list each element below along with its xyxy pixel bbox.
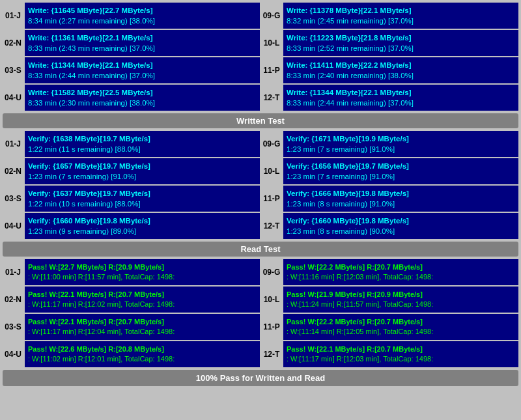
right-row-label-3: 12-T — [261, 85, 282, 111]
right-line1-3: Write: {11344 MByte}[22.1 MByte/s] — [287, 87, 515, 98]
left-cell-3: Pass! W:[22.6 MByte/s] R:[20.8 MByte/s]:… — [25, 341, 260, 367]
right-line1-2: Write: {11411 MByte}[22.2 MByte/s] — [287, 60, 515, 70]
grid-row-3: 04-UPass! W:[22.6 MByte/s] R:[20.8 MByte… — [3, 341, 518, 367]
left-line2-3: 8:33 min (2:30 min remaining) [38.0%] — [28, 98, 257, 108]
left-cell-wrap-3: 04-UWrite: {11582 MByte}[22.5 MByte/s]8:… — [3, 85, 260, 111]
left-line2-0: 1:22 min (11 s remaining) [88.0%] — [28, 144, 257, 154]
right-cell-wrap-0: 09-GVerify: {1671 MByte}[19.9 MByte/s]1:… — [261, 131, 518, 157]
right-line2-1: 1:23 min (7 s remaining) [91.0%] — [287, 171, 515, 182]
right-line1-1: Verify: {1656 MByte}[19.7 MByte/s] — [287, 161, 515, 171]
right-cell-0: Verify: {1671 MByte}[19.9 MByte/s]1:23 m… — [283, 131, 518, 157]
grid-row-3: 04-UWrite: {11582 MByte}[22.5 MByte/s]8:… — [3, 85, 518, 111]
left-cell-2: Write: {11344 MByte}[22.1 MByte/s]8:33 m… — [25, 57, 260, 83]
right-line1-0: Write: {11378 MByte}[22.1 MByte/s] — [287, 5, 515, 16]
left-cell-1: Write: {11361 MByte}[22.1 MByte/s]8:33 m… — [25, 30, 260, 56]
left-row-label-2: 03-S — [3, 57, 23, 83]
grid-row-2: 03-SPass! W:[22.1 MByte/s] R:[20.7 MByte… — [3, 314, 518, 340]
right-line1-1: Pass! W:[21.9 MByte/s] R:[20.9 MByte/s] — [287, 290, 515, 300]
left-row-label-0: 01-J — [3, 3, 23, 29]
write-section: 01-JWrite: {11645 MByte}[22.7 MByte/s]8:… — [3, 3, 518, 128]
left-line2-0: : W:[11:00 min] R:[11:57 min], TotalCap:… — [28, 272, 257, 282]
left-row-label-1: 02-N — [3, 30, 23, 56]
right-row-label-1: 10-L — [261, 287, 282, 313]
left-line2-0: 8:34 min (2:27 min remaining) [38.0%] — [28, 16, 257, 26]
right-row-label-2: 11-P — [261, 186, 282, 212]
left-line1-0: Pass! W:[22.7 MByte/s] R:[20.9 MByte/s] — [28, 262, 257, 272]
left-cell-wrap-2: 03-SPass! W:[22.1 MByte/s] R:[20.7 MByte… — [3, 314, 260, 340]
left-cell-wrap-2: 03-SWrite: {11344 MByte}[22.1 MByte/s]8:… — [3, 57, 260, 83]
right-line2-1: 8:33 min (2:52 min remaining) [37.0%] — [287, 43, 515, 53]
left-cell-wrap-1: 02-NPass! W:[22.1 MByte/s] R:[20.7 MByte… — [3, 287, 260, 313]
left-cell-wrap-3: 04-UVerify: {1660 MByte}[19.8 MByte/s]1:… — [3, 213, 260, 239]
left-line2-1: 1:23 min (7 s remaining) [91.0%] — [28, 171, 257, 182]
left-cell-3: Write: {11582 MByte}[22.5 MByte/s]8:33 m… — [25, 85, 260, 111]
right-line2-3: 8:33 min (2:44 min remaining) [37.0%] — [287, 98, 515, 108]
grid-row-1: 02-NVerify: {1657 MByte}[19.7 MByte/s]1:… — [3, 158, 518, 184]
left-cell-wrap-2: 03-SVerify: {1637 MByte}[19.7 MByte/s]1:… — [3, 186, 260, 212]
grid-row-0: 01-JPass! W:[22.7 MByte/s] R:[20.9 MByte… — [3, 259, 518, 285]
grid-row-0: 01-JWrite: {11645 MByte}[22.7 MByte/s]8:… — [3, 3, 518, 29]
right-cell-wrap-3: 12-TVerify: {1660 MByte}[19.8 MByte/s]1:… — [261, 213, 518, 239]
grid-row-2: 03-SWrite: {11344 MByte}[22.1 MByte/s]8:… — [3, 57, 518, 83]
left-line1-2: Verify: {1637 MByte}[19.7 MByte/s] — [28, 188, 257, 199]
left-line1-0: Write: {11645 MByte}[22.7 MByte/s] — [28, 5, 257, 16]
left-line2-2: : W:[11:17 min] R:[12:04 min], TotalCap:… — [28, 327, 257, 337]
right-cell-wrap-2: 11-PPass! W:[22.2 MByte/s] R:[20.7 MByte… — [261, 314, 518, 340]
right-row-label-3: 12-T — [261, 341, 282, 367]
right-line2-0: 1:23 min (7 s remaining) [91.0%] — [287, 144, 515, 154]
left-row-label-1: 02-N — [3, 287, 23, 313]
left-row-label-2: 03-S — [3, 186, 23, 212]
right-row-label-1: 10-L — [261, 158, 282, 184]
right-line1-0: Pass! W:[22.2 MByte/s] R:[20.7 MByte/s] — [287, 262, 515, 272]
left-line2-2: 1:22 min (10 s remaining) [88.0%] — [28, 199, 257, 209]
left-cell-2: Verify: {1637 MByte}[19.7 MByte/s]1:22 m… — [25, 186, 260, 212]
right-cell-3: Verify: {1660 MByte}[19.8 MByte/s]1:23 m… — [283, 213, 518, 239]
left-cell-wrap-0: 01-JPass! W:[22.7 MByte/s] R:[20.9 MByte… — [3, 259, 260, 285]
left-line2-3: 1:23 min (9 s remaining) [89.0%] — [28, 226, 257, 236]
right-cell-wrap-1: 10-LPass! W:[21.9 MByte/s] R:[20.9 MByte… — [261, 287, 518, 313]
right-cell-0: Pass! W:[22.2 MByte/s] R:[20.7 MByte/s]:… — [283, 259, 518, 285]
right-line2-0: 8:32 min (2:45 min remaining) [37.0%] — [287, 16, 515, 26]
right-cell-wrap-0: 09-GWrite: {11378 MByte}[22.1 MByte/s]8:… — [261, 3, 518, 29]
right-line2-2: 8:33 min (2:40 min remaining) [38.0%] — [287, 70, 515, 81]
right-line2-3: : W:[11:17 min] R:[12:03 min], TotalCap:… — [287, 354, 515, 364]
left-row-label-0: 01-J — [3, 131, 23, 157]
right-cell-wrap-1: 10-LVerify: {1656 MByte}[19.7 MByte/s]1:… — [261, 158, 518, 184]
right-cell-3: Write: {11344 MByte}[22.1 MByte/s]8:33 m… — [283, 85, 518, 111]
right-line1-1: Write: {11223 MByte}[21.8 MByte/s] — [287, 33, 515, 43]
right-line2-3: 1:23 min (8 s remaining) [90.0%] — [287, 226, 515, 236]
left-line1-2: Write: {11344 MByte}[22.1 MByte/s] — [28, 60, 257, 70]
right-cell-1: Pass! W:[21.9 MByte/s] R:[20.9 MByte/s]:… — [283, 287, 518, 313]
right-cell-0: Write: {11378 MByte}[22.1 MByte/s]8:32 m… — [283, 3, 518, 29]
left-line1-1: Verify: {1657 MByte}[19.7 MByte/s] — [28, 161, 257, 171]
pass-section: 01-JPass! W:[22.7 MByte/s] R:[20.9 MByte… — [3, 259, 518, 367]
grid-row-3: 04-UVerify: {1660 MByte}[19.8 MByte/s]1:… — [3, 213, 518, 239]
grid-row-1: 02-NPass! W:[22.1 MByte/s] R:[20.7 MByte… — [3, 287, 518, 313]
right-cell-2: Pass! W:[22.2 MByte/s] R:[20.7 MByte/s]:… — [283, 314, 518, 340]
left-row-label-1: 02-N — [3, 158, 23, 184]
left-row-label-3: 04-U — [3, 213, 23, 239]
right-line1-2: Pass! W:[22.2 MByte/s] R:[20.7 MByte/s] — [287, 317, 515, 327]
right-cell-wrap-3: 12-TWrite: {11344 MByte}[22.1 MByte/s]8:… — [261, 85, 518, 111]
right-row-label-0: 09-G — [261, 3, 282, 29]
left-cell-1: Pass! W:[22.1 MByte/s] R:[20.7 MByte/s]:… — [25, 287, 260, 313]
right-line2-2: 1:23 min (8 s remaining) [91.0%] — [287, 199, 515, 209]
right-cell-wrap-2: 11-PVerify: {1666 MByte}[19.8 MByte/s]1:… — [261, 186, 518, 212]
right-cell-wrap-2: 11-PWrite: {11411 MByte}[22.2 MByte/s]8:… — [261, 57, 518, 83]
footer-status: 100% Pass for Written and Read — [3, 370, 518, 386]
read-test-header: Read Test — [3, 242, 518, 257]
right-line1-0: Verify: {1671 MByte}[19.9 MByte/s] — [287, 133, 515, 144]
verify-section: 01-JVerify: {1638 MByte}[19.7 MByte/s]1:… — [3, 131, 518, 257]
left-cell-0: Write: {11645 MByte}[22.7 MByte/s]8:34 m… — [25, 3, 260, 29]
left-line1-3: Write: {11582 MByte}[22.5 MByte/s] — [28, 87, 257, 98]
right-cell-1: Write: {11223 MByte}[21.8 MByte/s]8:33 m… — [283, 30, 518, 56]
left-line1-0: Verify: {1638 MByte}[19.7 MByte/s] — [28, 133, 257, 144]
written-test-header: Written Test — [3, 113, 518, 128]
right-row-label-0: 09-G — [261, 259, 282, 285]
left-cell-3: Verify: {1660 MByte}[19.8 MByte/s]1:23 m… — [25, 213, 260, 239]
right-row-label-3: 12-T — [261, 213, 282, 239]
left-line1-3: Pass! W:[22.6 MByte/s] R:[20.8 MByte/s] — [28, 344, 257, 354]
right-line1-2: Verify: {1666 MByte}[19.8 MByte/s] — [287, 188, 515, 199]
left-cell-wrap-1: 02-NVerify: {1657 MByte}[19.7 MByte/s]1:… — [3, 158, 260, 184]
right-line1-3: Pass! W:[22.1 MByte/s] R:[20.7 MByte/s] — [287, 344, 515, 354]
